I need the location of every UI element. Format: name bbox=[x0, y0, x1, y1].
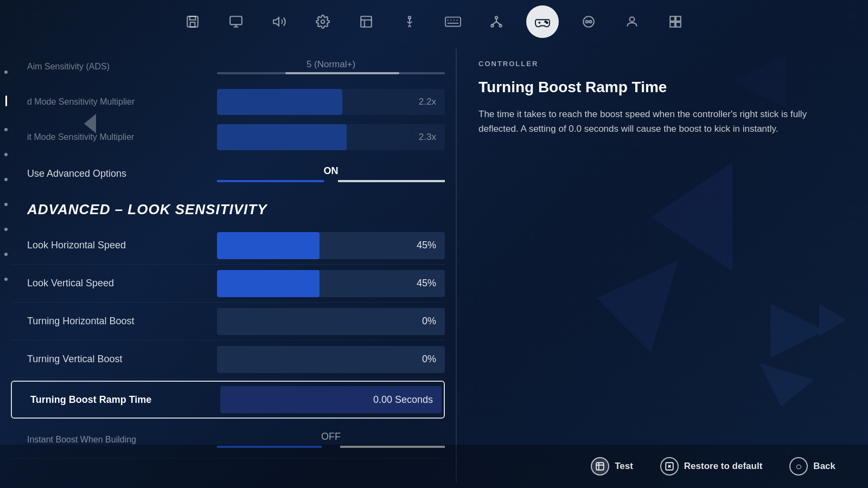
right-panel-description: The time it takes to reach the boost spe… bbox=[478, 107, 846, 136]
svg-marker-35 bbox=[770, 304, 825, 358]
restore-label: Restore to default bbox=[684, 461, 763, 472]
setting-row-advanced-options[interactable]: Use Advanced Options ON bbox=[11, 155, 445, 192]
right-panel-title: Turning Boost Ramp Time bbox=[478, 79, 846, 96]
ads-mode2-control: 2.3x bbox=[217, 124, 445, 150]
svg-point-8 bbox=[321, 20, 325, 24]
look-vertical-value: 45% bbox=[417, 278, 436, 289]
setting-row-ads-mode2[interactable]: it Mode Sensitivity Multiplier 2.3x bbox=[11, 119, 445, 155]
nav-icon-controller[interactable] bbox=[526, 5, 559, 38]
nav-icon-extra[interactable] bbox=[662, 8, 689, 35]
bottom-action-bar: Test Restore to default ○ Back bbox=[0, 445, 868, 488]
svg-line-22 bbox=[496, 22, 501, 24]
svg-point-30 bbox=[630, 17, 635, 22]
nav-icon-accessibility[interactable] bbox=[396, 8, 423, 35]
look-vertical-label: Look Vertical Speed bbox=[11, 278, 217, 289]
svg-marker-36 bbox=[760, 363, 814, 407]
svg-rect-32 bbox=[676, 16, 681, 21]
scroll-dot bbox=[4, 128, 8, 131]
svg-point-19 bbox=[499, 24, 501, 27]
bg-triangle-1 bbox=[738, 298, 846, 407]
turning-horizontal-value: 0% bbox=[422, 316, 436, 327]
turning-horizontal-control: 0% bbox=[217, 308, 445, 335]
svg-point-10 bbox=[409, 16, 411, 18]
svg-point-26 bbox=[546, 22, 548, 23]
left-arrow-indicator bbox=[84, 114, 96, 133]
svg-line-21 bbox=[492, 22, 496, 24]
ads-mode1-value: 2.2x bbox=[419, 97, 436, 107]
ads-mode2-bar bbox=[217, 124, 347, 150]
look-horizontal-bar bbox=[217, 232, 320, 259]
advanced-options-value: ON bbox=[324, 165, 339, 177]
nav-icon-gamepad[interactable] bbox=[575, 8, 602, 35]
look-horizontal-control: 45% bbox=[217, 232, 445, 259]
ads-mode1-control: 2.2x bbox=[217, 89, 445, 115]
svg-point-18 bbox=[491, 24, 493, 27]
ads-slider-fill bbox=[285, 72, 399, 74]
scroll-dot-active bbox=[5, 95, 7, 106]
right-info-panel: CONTROLLER Turning Boost Ramp Time The t… bbox=[457, 43, 868, 488]
turning-vertical-value: 0% bbox=[422, 354, 436, 365]
setting-row-ads-mode1[interactable]: d Mode Sensitivity Multiplier 2.2x bbox=[11, 84, 445, 119]
svg-point-17 bbox=[495, 16, 497, 18]
setting-row-look-horizontal[interactable]: Look Horizontal Speed 45% bbox=[11, 227, 445, 265]
boost-ramp-value: 0.00 Seconds bbox=[373, 394, 433, 406]
advanced-toggle-right bbox=[338, 180, 445, 182]
ads-mode2-value: 2.3x bbox=[419, 132, 436, 143]
back-label: Back bbox=[813, 461, 835, 472]
svg-rect-9 bbox=[361, 16, 372, 27]
instant-boost-label: Instant Boost When Building bbox=[11, 435, 217, 445]
right-panel-section: CONTROLLER bbox=[478, 60, 846, 68]
scroll-dot bbox=[4, 70, 8, 74]
setting-row-turning-horizontal[interactable]: Turning Horizontal Boost 0% bbox=[11, 303, 445, 341]
main-content: Aim Sensitivity (ADS) 5 (Normal+) d Mode… bbox=[0, 43, 868, 488]
svg-rect-5 bbox=[190, 22, 195, 27]
settings-panel: Aim Sensitivity (ADS) 5 (Normal+) d Mode… bbox=[0, 43, 456, 488]
advanced-toggle-bar bbox=[217, 180, 445, 182]
ads-slider bbox=[217, 72, 445, 74]
scroll-dot bbox=[4, 153, 8, 156]
advanced-options-label: Use Advanced Options bbox=[11, 168, 217, 179]
advanced-toggle-left bbox=[217, 180, 324, 182]
nav-icon-display[interactable] bbox=[222, 8, 250, 35]
test-label: Test bbox=[615, 461, 633, 472]
setting-row-boost-ramp-time[interactable]: Turning Boost Ramp Time 0.00 Seconds bbox=[11, 381, 445, 419]
restore-icon bbox=[660, 457, 679, 476]
look-vertical-control: 45% bbox=[217, 270, 445, 297]
setting-row-turning-vertical[interactable]: Turning Vertical Boost 0% bbox=[11, 341, 445, 378]
nav-icon-audio[interactable] bbox=[266, 8, 293, 35]
ads-value: 5 (Normal+) bbox=[307, 59, 355, 70]
advanced-options-control: ON bbox=[217, 165, 445, 182]
nav-icon-profile[interactable] bbox=[618, 8, 646, 35]
svg-rect-34 bbox=[676, 22, 681, 27]
back-action[interactable]: ○ Back bbox=[789, 457, 835, 476]
look-horizontal-label: Look Horizontal Speed bbox=[11, 240, 217, 251]
ads-label: Aim Sensitivity (ADS) bbox=[11, 62, 217, 72]
restore-action[interactable]: Restore to default bbox=[660, 457, 763, 476]
turning-vertical-label: Turning Vertical Boost bbox=[11, 354, 217, 365]
svg-rect-4 bbox=[190, 16, 196, 20]
setting-row-ads[interactable]: Aim Sensitivity (ADS) 5 (Normal+) bbox=[11, 49, 445, 84]
nav-icon-network[interactable] bbox=[483, 8, 510, 35]
back-icon: ○ bbox=[789, 457, 808, 476]
test-icon bbox=[591, 457, 609, 476]
boost-ramp-label: Turning Boost Ramp Time bbox=[14, 394, 220, 406]
nav-icon-settings[interactable] bbox=[309, 8, 336, 35]
setting-row-look-vertical[interactable]: Look Vertical Speed 45% bbox=[11, 265, 445, 303]
look-vertical-bar bbox=[217, 270, 320, 297]
look-horizontal-value: 45% bbox=[417, 240, 436, 251]
svg-rect-6 bbox=[230, 16, 242, 24]
scroll-dot bbox=[4, 178, 8, 181]
nav-icon-keyboard[interactable] bbox=[439, 8, 467, 35]
nav-icon-hud[interactable] bbox=[353, 8, 380, 35]
boost-ramp-control: 0.00 Seconds bbox=[220, 386, 442, 413]
scroll-dot bbox=[4, 253, 8, 256]
svg-rect-31 bbox=[670, 16, 675, 21]
ads-mode1-label: d Mode Sensitivity Multiplier bbox=[11, 97, 217, 107]
svg-marker-37 bbox=[819, 304, 846, 336]
svg-point-28 bbox=[586, 21, 588, 23]
svg-rect-11 bbox=[445, 17, 461, 27]
top-navigation bbox=[0, 0, 868, 43]
scroll-indicators bbox=[4, 70, 8, 281]
test-action[interactable]: Test bbox=[591, 457, 633, 476]
nav-icon-save[interactable] bbox=[179, 8, 206, 35]
